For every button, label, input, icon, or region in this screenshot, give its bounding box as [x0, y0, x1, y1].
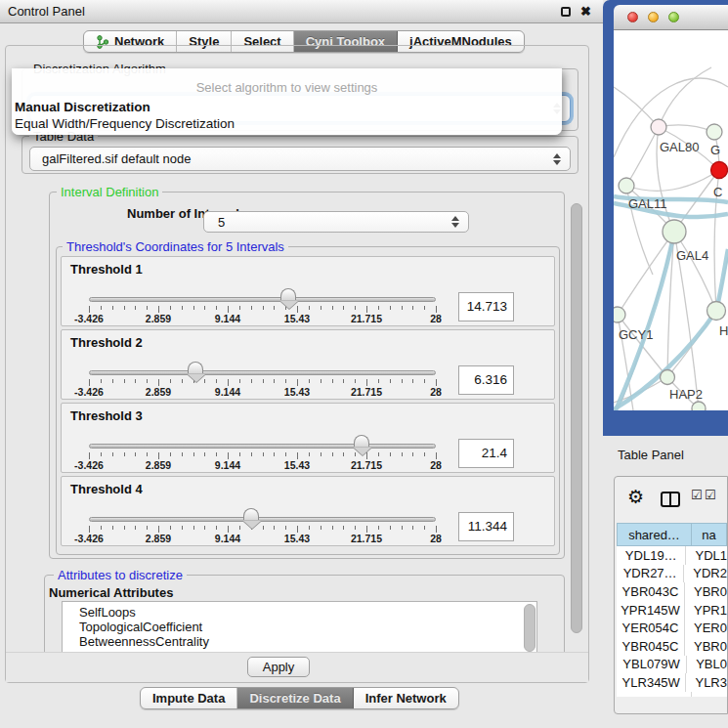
- cell-shared-name[interactable]: YLR345W: [617, 673, 686, 692]
- cell-shared-name[interactable]: YIL052C: [617, 692, 692, 697]
- tick-label: 2.859: [146, 386, 171, 398]
- network-view-window[interactable]: GAL80GCGAL11GAL4GCY1HHAP2: [603, 0, 728, 436]
- attribute-list-item[interactable]: SelfLoops: [63, 605, 536, 620]
- cell-shared-name[interactable]: YDL19…: [617, 546, 686, 565]
- tick-mark: [204, 452, 205, 456]
- cell-shared-name[interactable]: YBR043C: [617, 582, 685, 601]
- minimize-window-icon[interactable]: [648, 12, 659, 22]
- columns-icon[interactable]: [661, 492, 680, 507]
- tick-mark: [436, 526, 437, 533]
- threshold-slider-track[interactable]: [89, 297, 436, 302]
- zoom-window-icon[interactable]: [668, 12, 679, 22]
- tab-impute-data[interactable]: Impute Data: [141, 688, 237, 708]
- table-row[interactable]: YPR145W YPR1: [617, 601, 727, 620]
- network-node[interactable]: [619, 178, 634, 193]
- gear-icon[interactable]: ⚙: [627, 486, 644, 508]
- column-header-name[interactable]: na: [692, 523, 727, 546]
- threshold-slider-thumb[interactable]: [188, 362, 203, 373]
- network-node[interactable]: [661, 370, 675, 385]
- table-row[interactable]: YIL052C YIL0: [617, 692, 727, 697]
- network-node[interactable]: [692, 402, 706, 410]
- tick-mark: [297, 526, 298, 533]
- node-label: H: [719, 323, 728, 338]
- attributes-list-scrollbar[interactable]: [524, 604, 535, 652]
- attribute-list-item[interactable]: TopologicalCoefficient: [63, 620, 536, 634]
- threshold-value-field[interactable]: 6.316: [458, 365, 514, 395]
- tab-discretize-data[interactable]: Discretize Data: [237, 688, 353, 708]
- table-row[interactable]: YER054C YER0: [617, 619, 727, 637]
- cell-shared-name[interactable]: YPR145W: [617, 601, 685, 620]
- tick-mark: [332, 379, 333, 383]
- threshold-slider-track[interactable]: [89, 370, 436, 375]
- checkbox-icon[interactable]: ☑: [691, 488, 703, 502]
- tick-label: 15.43: [284, 459, 310, 471]
- network-node[interactable]: [707, 124, 722, 140]
- dropdown-option-equal-width[interactable]: Equal Width/Frequency Discretization: [15, 115, 559, 132]
- number-of-intervals-combobox[interactable]: 5: [203, 211, 469, 233]
- network-edge[interactable]: [614, 87, 659, 127]
- cell-shared-name[interactable]: YBR045C: [617, 637, 685, 656]
- table-row[interactable]: YBL079W YBL0: [617, 656, 727, 674]
- table-header-row: shared… na: [617, 523, 727, 546]
- threshold-slider-thumb[interactable]: [280, 288, 296, 300]
- tick-mark: [274, 452, 275, 456]
- network-node[interactable]: [707, 302, 726, 321]
- tick-mark: [309, 526, 310, 530]
- table-row[interactable]: YBR045C YBR0: [617, 637, 727, 656]
- network-node[interactable]: [663, 220, 686, 243]
- threshold-value-field[interactable]: 11.344: [458, 512, 514, 541]
- tick-mark: [332, 452, 333, 456]
- network-edge[interactable]: [659, 67, 711, 127]
- close-panel-icon[interactable]: ✖: [580, 2, 591, 21]
- threshold-slider-thumb[interactable]: [243, 508, 259, 520]
- tick-mark: [135, 526, 136, 530]
- network-edge[interactable]: [626, 127, 659, 186]
- threshold-slider-track[interactable]: [89, 444, 436, 449]
- apply-button[interactable]: Apply: [247, 657, 310, 677]
- close-window-icon[interactable]: [627, 12, 638, 22]
- threshold-slider-thumb[interactable]: [354, 435, 369, 447]
- checkbox-icon[interactable]: ☑: [705, 488, 716, 502]
- table-row[interactable]: YDL19… YDL1: [617, 546, 727, 565]
- tab-infer-network[interactable]: Infer Network: [354, 688, 458, 708]
- settings-vertical-scrollbar[interactable]: [571, 203, 582, 633]
- network-node[interactable]: [711, 162, 728, 179]
- table-data-value: galFiltered.sif default node: [42, 148, 191, 170]
- cell-name[interactable]: YDR2: [684, 565, 727, 583]
- column-header-shared[interactable]: shared…: [617, 523, 692, 546]
- tick-mark: [366, 306, 367, 313]
- cell-shared-name[interactable]: YDR27…: [617, 565, 684, 583]
- cell-name[interactable]: YPR1: [685, 601, 727, 620]
- tick-mark: [321, 306, 321, 310]
- tick-mark: [239, 306, 240, 310]
- cell-name[interactable]: YBL0: [687, 656, 727, 674]
- table-row[interactable]: YBR043C YBR0: [617, 582, 727, 601]
- cell-name[interactable]: YER0: [685, 619, 727, 637]
- cell-name[interactable]: YIL0: [692, 692, 727, 697]
- network-node[interactable]: [614, 307, 625, 322]
- numerical-attributes-list[interactable]: SelfLoopsTopologicalCoefficientBetweenne…: [62, 601, 537, 653]
- table-row[interactable]: YDR27… YDR2: [617, 565, 727, 583]
- cell-shared-name[interactable]: YER054C: [617, 619, 685, 637]
- threshold-slider-track[interactable]: [89, 517, 436, 522]
- tick-label: 15.43: [284, 313, 310, 324]
- cell-name[interactable]: YBR0: [685, 582, 727, 601]
- network-node[interactable]: [651, 119, 666, 135]
- table-row[interactable]: YLR345W YLR3: [617, 673, 727, 692]
- float-window-icon[interactable]: [561, 7, 571, 17]
- tick-mark: [424, 526, 425, 530]
- tick-mark: [412, 452, 413, 456]
- dropdown-option-manual[interactable]: Manual Discretization: [15, 99, 559, 115]
- cell-name[interactable]: YBR0: [685, 637, 727, 656]
- tick-mark: [274, 526, 275, 530]
- table-data-combobox[interactable]: galFiltered.sif default node: [29, 147, 571, 171]
- cell-name[interactable]: YLR3: [686, 673, 727, 692]
- attribute-list-item[interactable]: BetweennessCentrality: [63, 634, 536, 649]
- threshold-value-field[interactable]: 21.4: [458, 439, 514, 468]
- cell-shared-name[interactable]: YBL079W: [617, 656, 687, 674]
- network-canvas[interactable]: GAL80GCGAL11GAL4GCY1HHAP2: [614, 30, 728, 410]
- network-window-titlebar[interactable]: [614, 5, 728, 30]
- threshold-value-field[interactable]: 14.713: [458, 292, 514, 321]
- tick-mark: [402, 526, 403, 530]
- cell-name[interactable]: YDL1: [686, 546, 727, 565]
